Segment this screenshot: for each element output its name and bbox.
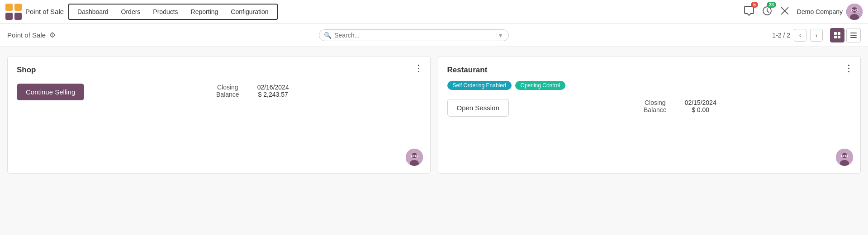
continue-selling-button[interactable]: Continue Selling [17, 84, 84, 100]
svg-rect-0 [5, 4, 13, 11]
svg-rect-2 [5, 13, 13, 20]
nav-dashboard[interactable]: Dashboard [71, 5, 115, 18]
svg-rect-19 [850, 37, 857, 38]
pagination-prev-button[interactable]: ‹ [794, 29, 806, 42]
search-dropdown-arrow[interactable]: ▾ [497, 32, 504, 39]
svg-rect-18 [850, 35, 857, 36]
restaurant-balance-labels: Closing Balance [644, 99, 667, 113]
shop-balance-amount: $ 2,243.57 [257, 91, 289, 98]
shop-card-title: Shop [17, 66, 421, 75]
user-avatar[interactable] [846, 4, 863, 20]
brand[interactable]: Point of Sale [5, 4, 64, 20]
open-session-button[interactable]: Open Session [447, 99, 509, 117]
restaurant-card-badges: Self Ordering Enabled Opening Control [447, 81, 852, 90]
activity-button[interactable]: 23 [760, 4, 774, 19]
restaurant-closing-label: Closing [644, 99, 667, 106]
shop-closing-date: 02/16/2024 [257, 84, 289, 91]
shop-card: Shop ⋮ Continue Selling Closing Balance … [7, 56, 431, 174]
view-kanban-button[interactable] [830, 28, 844, 42]
restaurant-card-avatar[interactable] [836, 149, 853, 166]
svg-rect-3 [14, 13, 22, 20]
restaurant-card-body: Open Session Closing Balance 02/15/2024 … [447, 99, 852, 117]
self-ordering-badge: Self Ordering Enabled [447, 81, 512, 90]
sub-title-text: Point of Sale [7, 31, 46, 39]
search-input[interactable] [334, 32, 495, 39]
view-list-button[interactable] [846, 28, 861, 42]
shop-card-menu[interactable]: ⋮ [414, 64, 423, 73]
svg-rect-17 [850, 33, 857, 33]
svg-rect-13 [834, 32, 837, 35]
svg-rect-1 [14, 4, 22, 11]
nav-products[interactable]: Products [147, 5, 184, 18]
shop-balance-label: Balance [216, 91, 239, 98]
opening-control-badge: Opening Control [515, 81, 565, 90]
nav-reporting[interactable]: Reporting [185, 5, 225, 18]
search-icon: 🔍 [324, 32, 332, 39]
shop-balance-labels: Closing Balance [216, 84, 239, 98]
svg-rect-14 [838, 32, 840, 35]
sub-header: Point of Sale ⚙ 🔍 ▾ 1-2 / 2 ‹ › [0, 24, 868, 47]
nav-menu: Dashboard Orders Products Reporting Conf… [68, 4, 278, 20]
top-nav: Point of Sale Dashboard Orders Products … [0, 0, 868, 24]
restaurant-card: Restaurant ⋮ Self Ordering Enabled Openi… [438, 56, 861, 174]
pagination-next-button[interactable]: › [810, 29, 823, 42]
svg-point-8 [852, 7, 857, 13]
activity-badge: 23 [767, 2, 776, 8]
restaurant-balance-amount: $ 0.00 [685, 106, 716, 113]
nav-orders[interactable]: Orders [115, 5, 147, 18]
search-bar[interactable]: 🔍 ▾ [319, 29, 509, 41]
restaurant-closing-date: 02/15/2024 [685, 99, 716, 106]
company-name: Demo Company [797, 8, 843, 15]
shop-balance-info: Closing Balance 02/16/2024 $ 2,243.57 [216, 84, 289, 98]
shop-card-body: Continue Selling Closing Balance 02/16/2… [17, 84, 421, 100]
pagination: 1-2 / 2 ‹ › [772, 28, 861, 42]
restaurant-balance-values: 02/15/2024 $ 0.00 [685, 99, 716, 113]
brand-name: Point of Sale [25, 8, 64, 15]
svg-rect-16 [838, 36, 840, 38]
restaurant-card-title: Restaurant [447, 66, 852, 75]
shop-balance-values: 02/16/2024 $ 2,243.57 [257, 84, 289, 98]
sub-title-area: Point of Sale ⚙ [7, 31, 56, 39]
shop-card-avatar[interactable] [406, 149, 423, 166]
main-content: Shop ⋮ Continue Selling Closing Balance … [0, 47, 868, 183]
settings-gear-icon[interactable]: ⚙ [49, 31, 56, 39]
restaurant-balance-label: Balance [644, 106, 667, 113]
chat-button[interactable]: 5 [742, 4, 756, 19]
nav-right: 5 23 Demo Company [742, 4, 863, 20]
restaurant-balance-info: Closing Balance 02/15/2024 $ 0.00 [644, 99, 716, 113]
scissor-button[interactable] [778, 4, 792, 19]
restaurant-card-menu[interactable]: ⋮ [844, 64, 853, 73]
pagination-text: 1-2 / 2 [772, 32, 790, 39]
chat-badge: 5 [751, 2, 758, 8]
svg-point-21 [412, 153, 417, 158]
brand-logo [5, 4, 22, 20]
nav-configuration[interactable]: Configuration [224, 5, 275, 18]
shop-closing-label: Closing [216, 84, 239, 91]
svg-point-27 [842, 153, 847, 158]
svg-rect-15 [834, 36, 837, 38]
view-toggle [830, 28, 861, 42]
